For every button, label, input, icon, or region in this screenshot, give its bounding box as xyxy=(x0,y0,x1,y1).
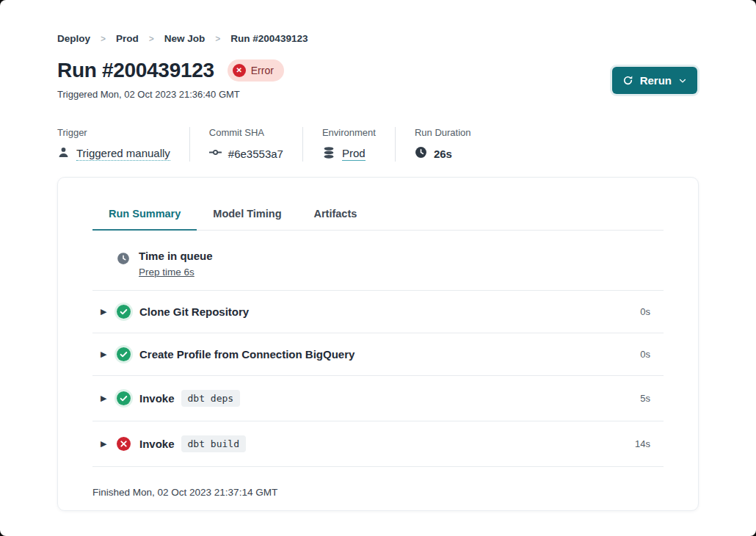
run-detail-page: Deploy > Prod > New Job > Run #200439123… xyxy=(0,0,756,536)
status-badge-label: Error xyxy=(251,65,274,76)
rerun-button-label: Rerun xyxy=(640,74,672,87)
expand-caret-icon[interactable]: ▶ xyxy=(101,308,117,316)
meta-commit: Commit SHA #6e3553a7 xyxy=(209,127,303,162)
step-name: Clone Git Repository xyxy=(139,305,249,318)
step-duration: 5s xyxy=(640,393,664,404)
meta-commit-label: Commit SHA xyxy=(209,127,283,138)
triggered-timestamp: Triggered Mon, 02 Oct 2023 21:36:40 GMT xyxy=(57,89,699,100)
breadcrumb-deploy[interactable]: Deploy xyxy=(57,33,90,44)
person-icon xyxy=(57,146,70,161)
breadcrumb-current-run: Run #200439123 xyxy=(230,33,308,44)
meta-trigger: Trigger Triggered manually xyxy=(57,127,190,162)
step-row-create-profile: ▶ Create Profile from Connection BigQuer… xyxy=(92,333,664,376)
step-row-clone-git: ▶ Clone Git Repository 0s xyxy=(92,291,664,333)
rerun-button[interactable]: Rerun xyxy=(612,67,697,94)
step-name: Create Profile from Connection BigQuery xyxy=(139,348,355,361)
step-row-dbt-build: ▶ Invoke dbt build 14s xyxy=(92,421,664,467)
prep-time-link[interactable]: Prep time 6s xyxy=(139,267,195,278)
finished-timestamp: Finished Mon, 02 Oct 2023 21:37:14 GMT xyxy=(92,467,664,498)
breadcrumb-new-job[interactable]: New Job xyxy=(164,33,206,44)
chevron-right-icon: > xyxy=(101,34,106,44)
chevron-down-icon xyxy=(678,76,687,85)
step-row-dbt-deps: ▶ Invoke dbt deps 5s xyxy=(92,376,664,421)
meta-duration-label: Run Duration xyxy=(415,127,471,138)
meta-environment: Environment Prod xyxy=(322,127,396,162)
tab-bar: Run Summary Model Timing Artifacts xyxy=(92,208,664,231)
step-duration: 14s xyxy=(635,438,664,449)
expand-caret-icon[interactable]: ▶ xyxy=(101,350,117,358)
breadcrumb: Deploy > Prod > New Job > Run #200439123 xyxy=(57,0,699,44)
meta-environment-label: Environment xyxy=(322,127,376,138)
commit-icon xyxy=(209,146,222,161)
queue-row: Time in queue Prep time 6s xyxy=(92,231,664,291)
step-duration: 0s xyxy=(640,306,664,317)
status-badge: ✕ Error xyxy=(228,59,284,82)
meta-duration: Run Duration 26s xyxy=(415,127,490,162)
run-meta-row: Trigger Triggered manually Commit SHA #6… xyxy=(57,127,699,162)
x-circle-icon xyxy=(117,437,131,451)
check-circle-icon xyxy=(117,347,131,361)
step-name: Invoke xyxy=(139,438,175,450)
chevron-right-icon: > xyxy=(215,34,220,44)
database-icon xyxy=(322,146,335,162)
expand-caret-icon[interactable]: ▶ xyxy=(101,394,117,402)
clock-icon xyxy=(117,252,130,268)
clock-icon xyxy=(415,146,427,161)
tab-model-timing[interactable]: Model Timing xyxy=(197,208,297,230)
check-circle-icon xyxy=(117,305,131,319)
refresh-icon xyxy=(622,75,633,86)
queue-title: Time in queue xyxy=(139,250,213,262)
command-chip: dbt build xyxy=(181,435,246,452)
step-name: Invoke xyxy=(139,392,175,405)
tab-artifacts[interactable]: Artifacts xyxy=(298,208,374,230)
run-summary-card: Run Summary Model Timing Artifacts Time … xyxy=(57,177,699,511)
meta-trigger-label: Trigger xyxy=(57,127,170,138)
error-circle-icon: ✕ xyxy=(233,64,246,77)
breadcrumb-prod[interactable]: Prod xyxy=(116,33,139,44)
trigger-value[interactable]: Triggered manually xyxy=(76,147,170,161)
environment-link[interactable]: Prod xyxy=(342,147,366,161)
expand-caret-icon[interactable]: ▶ xyxy=(101,440,117,448)
tab-run-summary[interactable]: Run Summary xyxy=(92,208,197,230)
check-circle-icon xyxy=(117,391,131,405)
run-duration-value: 26s xyxy=(434,148,452,160)
chevron-right-icon: > xyxy=(149,34,154,44)
commit-sha-value: #6e3553a7 xyxy=(228,148,283,160)
page-title: Run #200439123 xyxy=(57,59,214,82)
step-duration: 0s xyxy=(640,349,664,360)
command-chip: dbt deps xyxy=(181,390,241,407)
